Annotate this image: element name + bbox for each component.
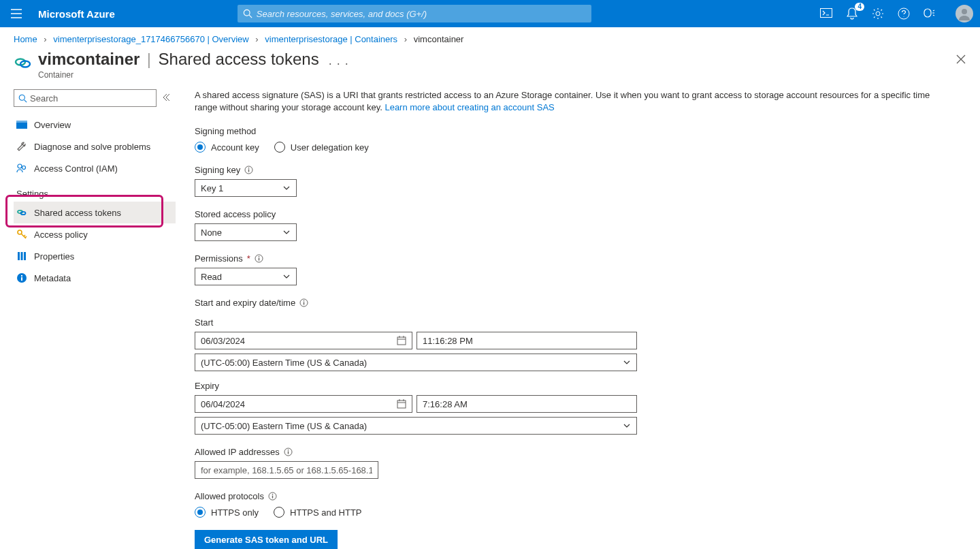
sidebar-item-label: Access Control (IAM) [34,163,118,174]
calendar-icon [397,399,406,409]
svg-rect-44 [272,496,273,499]
sidebar-item-diagnose[interactable]: Diagnose and solve problems [14,136,176,157]
people-icon [16,163,27,174]
info-icon [16,272,27,283]
allowed-protocols-radios: HTTPS only HTTPS and HTTP [195,507,951,518]
global-search[interactable] [238,5,591,22]
info-icon[interactable] [268,492,277,501]
generate-sas-button[interactable]: Generate SAS token and URL [195,530,338,549]
info-icon[interactable] [255,254,263,263]
allowed-ip-input[interactable] [195,461,378,479]
chevron-down-icon [282,272,291,281]
svg-rect-2 [821,9,832,18]
info-icon[interactable] [299,298,308,307]
permissions-select[interactable]: Read [195,268,297,285]
hamburger-menu-icon[interactable] [7,4,26,23]
sidebar: Search Overview Diagnose and solve probl… [14,89,176,549]
svg-rect-31 [304,300,304,301]
settings-gear-icon[interactable] [871,7,885,20]
svg-rect-25 [248,168,249,168]
sidebar-item-overview[interactable]: Overview [14,114,176,136]
svg-rect-21 [21,277,22,281]
sidebar-item-label: Access policy [34,230,88,240]
main-form: A shared access signature (SAS) is a URI… [176,89,951,549]
resource-name: vimcontainer [38,50,140,68]
info-icon[interactable] [244,166,253,174]
top-bar: Microsoft Azure 4 [0,0,980,27]
brand-label[interactable]: Microsoft Azure [38,8,115,20]
calendar-icon [397,336,406,345]
chevron-down-icon [623,422,631,430]
radio-https-only[interactable]: HTTPS only [195,507,259,518]
sidebar-item-label: Metadata [34,273,71,283]
help-link[interactable]: Learn more about creating an account SAS [385,102,554,112]
start-label: Start [195,317,951,328]
breadcrumb: Home › vimenterprisestorage_171746675667… [0,27,980,44]
more-actions-icon[interactable]: · · · [329,57,349,71]
content-area: Search Overview Diagnose and solve probl… [0,84,980,549]
sidebar-item-iam[interactable]: Access Control (IAM) [14,157,176,179]
expiry-label: Expiry [195,381,951,391]
breadcrumb-home[interactable]: Home [14,34,37,44]
sidebar-search[interactable]: Search [14,89,157,107]
svg-rect-11 [16,121,27,123]
svg-point-0 [244,10,250,16]
permissions-label: Permissions [195,253,243,264]
info-icon[interactable] [284,448,293,456]
help-icon[interactable] [897,7,911,20]
notifications-icon[interactable]: 4 [845,7,859,20]
radio-user-delegation-key[interactable]: User delegation key [274,142,369,153]
search-icon [243,9,252,18]
collapse-sidebar-icon[interactable] [162,92,170,104]
signing-key-select[interactable]: Key 1 [195,179,297,197]
svg-point-13 [22,166,26,170]
sidebar-item-properties[interactable]: Properties [14,245,176,267]
chevron-right-icon: › [255,34,258,44]
start-date-input[interactable]: 06/03/2024 [195,332,412,349]
cloud-shell-icon[interactable] [819,7,833,20]
expiry-date-input[interactable]: 06/04/2024 [195,395,412,413]
sidebar-item-access-policy[interactable]: Access policy [14,223,176,245]
key-icon [16,229,27,240]
sidebar-item-metadata[interactable]: Metadata [14,267,176,289]
sidebar-item-label: Shared access tokens [34,208,121,218]
notification-badge: 4 [855,3,864,11]
svg-rect-28 [259,256,259,257]
feedback-icon[interactable] [923,7,936,20]
svg-rect-27 [259,258,259,261]
sidebar-item-label: Overview [34,120,71,130]
radio-https-and-http[interactable]: HTTPS and HTTP [274,507,361,518]
svg-rect-24 [248,170,249,172]
sidebar-item-label: Properties [34,251,74,262]
svg-rect-30 [304,302,304,305]
svg-rect-18 [21,252,23,260]
chevron-down-icon [282,228,291,236]
wrench-icon [16,141,27,152]
start-timezone-select[interactable]: (UTC-05:00) Eastern Time (US & Canada) [195,354,637,371]
expiry-time-input[interactable]: 7:16:28 AM [416,395,637,413]
allowed-protocols-label: Allowed protocols [195,491,264,501]
allowed-ip-label: Allowed IP addresses [195,447,280,457]
help-text: A shared access signature (SAS) is a URI… [195,89,951,114]
topbar-tools: 4 [819,5,973,22]
sidebar-search-placeholder: Search [30,93,58,104]
breadcrumb-item-1[interactable]: vimenterprisestorage_1717466756670 | Ove… [53,34,248,44]
global-search-input[interactable] [257,9,586,19]
start-time-input[interactable]: 11:16:28 PM [416,332,637,349]
stored-policy-select[interactable]: None [195,223,297,241]
chevron-right-icon: › [404,34,407,44]
link-icon [16,207,27,218]
svg-point-8 [19,95,24,100]
user-avatar[interactable] [956,5,973,22]
properties-icon [16,251,27,262]
close-icon[interactable] [956,54,966,67]
expiry-timezone-select[interactable]: (UTC-05:00) Eastern Time (US & Canada) [195,417,637,435]
resource-type: Container [38,70,319,80]
sidebar-group-settings: Settings [16,189,176,199]
svg-rect-17 [18,252,20,260]
sidebar-item-label: Diagnose and solve problems [34,142,150,152]
sidebar-item-shared-access-tokens[interactable]: Shared access tokens [14,202,176,223]
breadcrumb-item-2[interactable]: vimenterprisestorage | Containers [265,34,397,44]
overview-icon [16,119,27,130]
radio-account-key[interactable]: Account key [195,142,259,153]
